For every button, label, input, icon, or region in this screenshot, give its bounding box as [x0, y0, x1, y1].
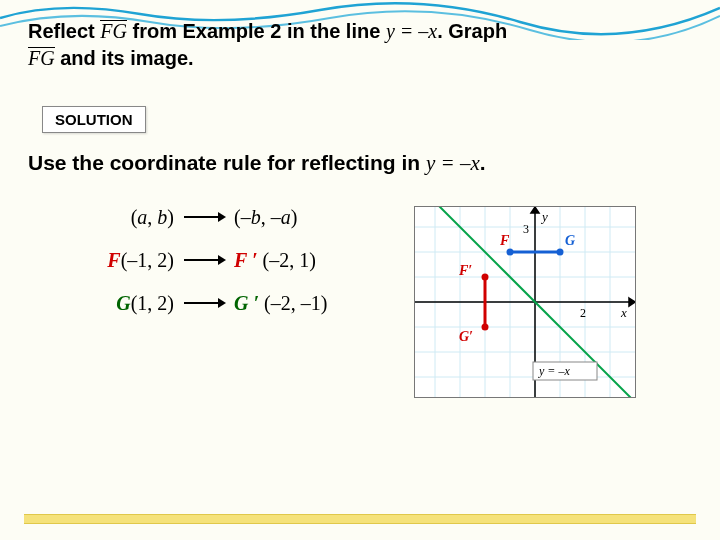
point-f-prime-label: F ′: [234, 249, 258, 271]
svg-marker-24: [531, 207, 539, 213]
arrow-icon: [174, 249, 234, 272]
arrow-icon: [174, 206, 234, 229]
point-f-prime-coords: (–2, 1): [263, 249, 316, 271]
point-g-coords: (1, 2): [131, 292, 174, 314]
mapping-rhs: F ′ (–2, 1): [234, 249, 316, 272]
svg-marker-3: [218, 255, 226, 265]
graph-line-label: y = –x: [538, 364, 570, 378]
mapping-row-f: F(–1, 2) F ′ (–2, 1): [84, 249, 404, 272]
segment-fg-2: FG: [28, 45, 55, 72]
problem-statement: Reflect FG from Example 2 in the line y …: [28, 18, 692, 72]
graph-label-g: G: [565, 233, 575, 248]
point-g-prime-label: G ′: [234, 292, 259, 314]
point-f-coords: (–1, 2): [121, 249, 174, 271]
axis-label-y: y: [540, 209, 548, 224]
mapping-list: (a, b) (–b, –a) F(–1, 2) F ′ (–2, 1): [84, 206, 404, 335]
graph-label-fp: F′: [458, 263, 472, 278]
axis-tick-y: 3: [523, 222, 529, 236]
point-f-label: F: [107, 249, 120, 271]
problem-suffix: and its image.: [55, 47, 194, 69]
graph-label-gp: G′: [459, 329, 473, 344]
axis-label-x: x: [620, 305, 627, 320]
graph-label-f: F: [499, 233, 510, 248]
segment-fg-1: FG: [100, 18, 127, 45]
mapping-lhs: F(–1, 2): [84, 249, 174, 272]
solution-label: SOLUTION: [42, 106, 146, 133]
rule-period: .: [480, 151, 486, 174]
problem-mid1: from Example 2 in the line: [127, 20, 386, 42]
mapping-lhs: G(1, 2): [84, 292, 174, 315]
mapping-lhs: (a, b): [84, 206, 174, 229]
svg-point-31: [482, 324, 489, 331]
equation-line-1: y = –x: [386, 20, 437, 42]
problem-mid2: . Graph: [437, 20, 507, 42]
rule-text: Use the coordinate rule for reflecting i…: [28, 151, 426, 174]
arrow-icon: [174, 292, 234, 315]
point-g-prime-coords: (–2, –1): [264, 292, 327, 314]
equation-line-2: y = –x: [426, 151, 480, 175]
mapping-row-g: G(1, 2) G ′ (–2, –1): [84, 292, 404, 315]
point-g-label: G: [116, 292, 130, 314]
axis-tick-x: 2: [580, 306, 586, 320]
coordinate-graph: F G F′ G′ x y 2 3 y = –x: [414, 206, 636, 398]
mapping-rhs: (–b, –a): [234, 206, 297, 229]
svg-point-30: [482, 274, 489, 281]
svg-point-28: [507, 249, 514, 256]
footer-accent-bar: [24, 514, 696, 524]
svg-marker-5: [218, 298, 226, 308]
svg-marker-1: [218, 212, 226, 222]
mapping-row-general: (a, b) (–b, –a): [84, 206, 404, 229]
mapping-rhs: G ′ (–2, –1): [234, 292, 327, 315]
problem-prefix: Reflect: [28, 20, 100, 42]
svg-marker-22: [629, 298, 635, 306]
rule-line: Use the coordinate rule for reflecting i…: [28, 151, 692, 176]
svg-point-29: [557, 249, 564, 256]
